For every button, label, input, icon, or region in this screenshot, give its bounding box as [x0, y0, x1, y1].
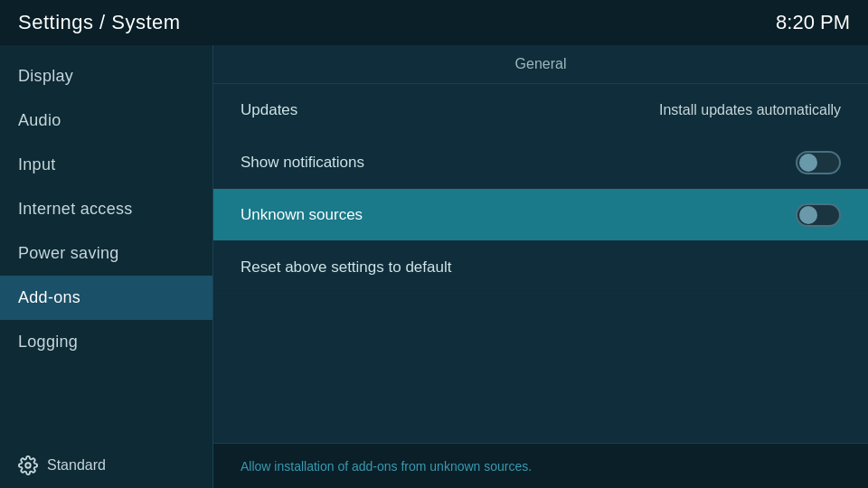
footer-bar: Allow installation of add-ons from unkno… [213, 443, 868, 488]
setting-row-unknown-sources[interactable]: Unknown sources [213, 189, 868, 241]
sidebar-bottom[interactable]: Standard [0, 443, 212, 488]
setting-value-updates: Install updates automatically [659, 102, 841, 118]
sidebar-item-logging[interactable]: Logging [0, 320, 212, 364]
sidebar-item-input[interactable]: Input [0, 143, 212, 187]
setting-label-show-notifications: Show notifications [241, 154, 364, 172]
settings-list: Updates Install updates automatically Sh… [213, 84, 868, 443]
setting-row-updates[interactable]: Updates Install updates automatically [213, 84, 868, 136]
sidebar-item-add-ons[interactable]: Add-ons [0, 276, 212, 320]
setting-label-unknown-sources: Unknown sources [241, 206, 363, 224]
setting-row-show-notifications[interactable]: Show notifications [213, 136, 868, 189]
header: Settings / System 8:20 PM [0, 0, 868, 45]
main-layout: Display Audio Input Internet access Powe… [0, 45, 868, 488]
sidebar-item-audio[interactable]: Audio [0, 99, 212, 143]
toggle-show-notifications[interactable] [796, 151, 841, 174]
sidebar-item-power-saving[interactable]: Power saving [0, 231, 212, 276]
clock: 8:20 PM [776, 11, 850, 34]
standard-label: Standard [47, 457, 106, 474]
gear-icon [18, 455, 38, 475]
setting-label-reset: Reset above settings to default [241, 258, 451, 277]
svg-point-0 [25, 463, 31, 468]
page-title: Settings / System [18, 11, 181, 34]
content-area: General Updates Install updates automati… [212, 45, 868, 488]
section-header: General [213, 45, 868, 84]
sidebar-item-internet-access[interactable]: Internet access [0, 187, 212, 231]
setting-row-reset[interactable]: Reset above settings to default [213, 241, 868, 294]
footer-description: Allow installation of add-ons from unkno… [241, 459, 532, 474]
toggle-unknown-sources[interactable] [796, 203, 841, 227]
sidebar: Display Audio Input Internet access Powe… [0, 45, 212, 488]
sidebar-item-display[interactable]: Display [0, 54, 212, 99]
setting-label-updates: Updates [241, 101, 297, 119]
